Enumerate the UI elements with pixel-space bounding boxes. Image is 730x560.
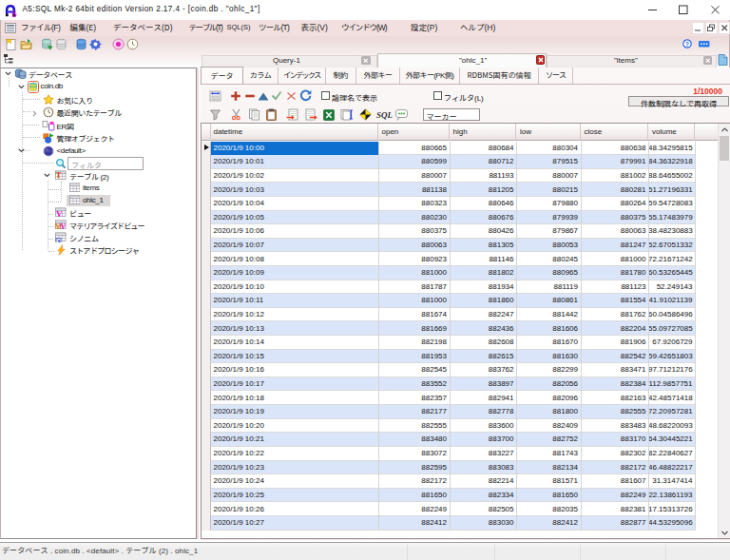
svg-text:V: V <box>61 222 67 230</box>
svg-text:V: V <box>56 209 63 218</box>
svg-text:5: 5 <box>11 9 17 17</box>
svg-text:T: T <box>55 170 61 180</box>
svg-text:?: ? <box>685 41 689 48</box>
